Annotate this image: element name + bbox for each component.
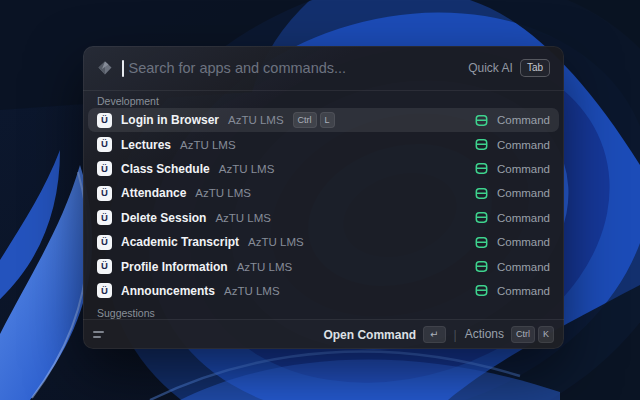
text-caret: [122, 60, 124, 77]
tab-key-badge: Tab: [520, 59, 550, 78]
command-list-item[interactable]: Ü Login in Browser AzTU LMS CtrlL Comman…: [88, 108, 559, 132]
command-list-item[interactable]: Ü Announcements AzTU LMS Command: [88, 279, 559, 303]
app-icon-letter: Ü: [101, 213, 108, 223]
command-type-label: Command: [497, 212, 550, 224]
aztu-app-icon: Ü: [97, 137, 112, 152]
desktop: Quick AI Tab Development Ü Login in Brow…: [0, 0, 640, 400]
command-type-icon: [475, 284, 488, 297]
command-subtitle: AzTU LMS: [195, 187, 251, 199]
palette-footer: Open Command ↵ | Actions Ctrl K: [83, 319, 564, 349]
quick-ai-button[interactable]: Quick AI Tab: [468, 59, 550, 78]
shortcut-keys: CtrlL: [293, 112, 335, 128]
command-list-item[interactable]: Ü Academic Transcript AzTU LMS Command: [88, 230, 559, 254]
command-title: Delete Session: [121, 211, 206, 225]
extension-gem-icon: [97, 60, 113, 76]
results-list: Ü Login in Browser AzTU LMS CtrlL Comman…: [83, 108, 564, 303]
ctrl-key-badge: Ctrl: [511, 326, 535, 342]
command-type-icon: [475, 138, 488, 151]
command-type-icon: [475, 114, 488, 127]
command-type-label: Command: [497, 114, 550, 126]
command-type-label: Command: [497, 163, 550, 175]
command-type-icon: [475, 162, 488, 175]
command-subtitle: AzTU LMS: [224, 285, 280, 297]
command-type-label: Command: [497, 236, 550, 248]
command-type-icon: [475, 260, 488, 273]
command-title: Profile Information: [121, 260, 228, 274]
search-input[interactable]: [129, 60, 460, 76]
command-type-label: Command: [497, 139, 550, 151]
command-title: Attendance: [121, 186, 186, 200]
command-type-icon: [475, 187, 488, 200]
command-type-icon: [475, 211, 488, 224]
aztu-app-icon: Ü: [97, 235, 112, 250]
command-subtitle: AzTU LMS: [180, 139, 236, 151]
command-title: Announcements: [121, 284, 215, 298]
command-palette-window: Quick AI Tab Development Ü Login in Brow…: [83, 46, 564, 349]
aztu-app-icon: Ü: [97, 259, 112, 274]
command-list-item[interactable]: Ü Attendance AzTU LMS Command: [88, 181, 559, 205]
command-subtitle: AzTU LMS: [228, 114, 284, 126]
command-title: Academic Transcript: [121, 235, 239, 249]
aztu-app-icon: Ü: [97, 283, 112, 298]
command-list-item[interactable]: Ü Profile Information AzTU LMS Command: [88, 254, 559, 278]
command-type-label: Command: [497, 285, 550, 297]
app-icon-letter: Ü: [101, 115, 108, 125]
command-list-item[interactable]: Ü Class Schedule AzTU LMS Command: [88, 157, 559, 181]
enter-key-badge: ↵: [423, 326, 445, 344]
command-type-icon: [475, 236, 488, 249]
command-type-label: Command: [497, 187, 550, 199]
open-command-button[interactable]: Open Command ↵: [323, 326, 445, 344]
raycast-mark-icon: [93, 331, 104, 338]
section-header-suggestions: Suggestions: [83, 303, 564, 320]
app-icon-letter: Ü: [101, 139, 108, 149]
app-icon-letter: Ü: [101, 188, 108, 198]
command-list-item[interactable]: Ü Lectures AzTU LMS Command: [88, 132, 559, 156]
actions-label: Actions: [465, 327, 504, 341]
app-icon-letter: Ü: [101, 261, 108, 271]
aztu-app-icon: Ü: [97, 161, 112, 176]
command-list-item[interactable]: Ü Delete Session AzTU LMS Command: [88, 206, 559, 230]
command-title: Lectures: [121, 138, 171, 152]
footer-divider: |: [454, 328, 457, 342]
command-subtitle: AzTU LMS: [219, 163, 275, 175]
command-subtitle: AzTU LMS: [215, 212, 271, 224]
app-icon-letter: Ü: [101, 237, 108, 247]
command-subtitle: AzTU LMS: [237, 261, 293, 273]
section-header-development: Development: [83, 91, 564, 108]
open-command-label: Open Command: [323, 328, 416, 342]
command-subtitle: AzTU LMS: [248, 236, 304, 248]
shortcut-key-badge: L: [320, 112, 335, 128]
quick-ai-label: Quick AI: [468, 61, 513, 75]
app-icon-letter: Ü: [101, 164, 108, 174]
app-icon-letter: Ü: [101, 286, 108, 296]
k-key-badge: K: [538, 326, 554, 342]
command-title: Login in Browser: [121, 113, 219, 127]
actions-button[interactable]: Actions Ctrl K: [465, 326, 554, 342]
command-title: Class Schedule: [121, 162, 210, 176]
aztu-app-icon: Ü: [97, 186, 112, 201]
command-type-label: Command: [497, 261, 550, 273]
search-bar: Quick AI Tab: [83, 46, 564, 91]
aztu-app-icon: Ü: [97, 113, 112, 128]
shortcut-key-badge: Ctrl: [293, 112, 317, 128]
aztu-app-icon: Ü: [97, 210, 112, 225]
